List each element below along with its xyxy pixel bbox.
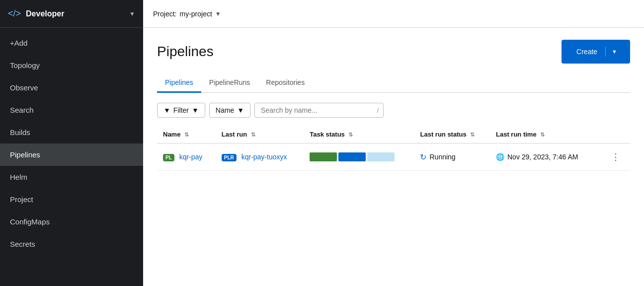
create-button-label: Create [569,44,604,60]
status-bar-light-blue [367,152,395,161]
sidebar-item-search[interactable]: Search [0,99,143,121]
sort-last-run-icon: ⇅ [251,132,255,138]
task-status-bar [310,152,408,161]
sidebar-item-builds[interactable]: Builds [0,121,143,143]
globe-icon: 🌐 [496,153,504,161]
sidebar-item-add[interactable]: +Add [0,32,143,54]
status-bar-green [310,152,337,161]
name-select-arrow-icon: ▼ [237,106,244,114]
table-row: PL kqr-pay PLR kqr-pay-tuoxyx [157,143,630,171]
tab-repositories[interactable]: Repositories [258,73,313,93]
table-header: Name ⇅ Last run ⇅ Task status ⇅ Last run… [157,126,630,143]
filter-icon: ▼ [163,106,170,114]
project-name: my-project [179,10,212,18]
col-actions [597,126,630,143]
filter-label: Filter [173,106,189,114]
tab-pipelines[interactable]: Pipelines [157,73,201,93]
col-last-run-status[interactable]: Last run status ⇅ [414,126,490,143]
col-last-run[interactable]: Last run ⇅ [216,126,304,143]
last-run-link[interactable]: kqr-pay-tuoxyx [242,153,287,161]
running-label: Running [429,153,455,161]
cell-last-run-time: 🌐 Nov 29, 2023, 7:46 AM [490,143,597,171]
create-dropdown-icon[interactable]: ▼ [607,45,622,59]
search-slash: / [377,107,379,114]
pipeline-badge: PL [163,154,174,161]
sort-task-status-icon: ⇅ [348,132,353,138]
time-value: Nov 29, 2023, 7:46 AM [507,153,578,161]
page-title: Pipelines [157,44,214,60]
running-icon: ↻ [420,152,426,162]
filter-bar: ▼ Filter ▼ Name ▼ / [157,103,630,118]
cell-task-status [304,143,414,171]
tabs: Pipelines PipelineRuns Repositories [157,73,630,93]
col-name[interactable]: Name ⇅ [157,126,216,143]
sort-name-icon: ⇅ [184,132,189,138]
sidebar-title: Developer [26,9,129,18]
plr-badge: PLR [222,154,237,161]
topbar: Project: my-project ▼ [143,0,644,28]
sidebar-item-project[interactable]: Project [0,188,143,211]
filter-arrow-icon: ▼ [192,106,199,114]
page-header: Pipelines Create ▼ [157,40,630,64]
cell-actions: ⋮ [597,143,630,171]
pipelines-table: Name ⇅ Last run ⇅ Task status ⇅ Last run… [157,126,630,171]
sort-last-run-status-icon: ⇅ [470,132,475,138]
project-dropdown-icon: ▼ [215,10,221,17]
sidebar-item-topology[interactable]: Topology [0,54,143,76]
col-task-status[interactable]: Task status ⇅ [304,126,414,143]
sidebar-item-configmaps[interactable]: ConfigMaps [0,211,143,233]
sidebar-item-helm[interactable]: Helm [0,166,143,188]
cell-last-run: PLR kqr-pay-tuoxyx [216,143,304,171]
search-input-wrapper: / [254,103,384,118]
sidebar-dropdown-icon: ▼ [129,10,135,17]
status-bar-blue [338,152,366,161]
search-input[interactable] [254,103,384,118]
sidebar-nav: +Add Topology Observe Search Builds Pipe… [0,28,143,259]
main-content: Project: my-project ▼ Pipelines Create ▼… [143,0,644,286]
tab-pipelineruns[interactable]: PipelineRuns [201,73,258,93]
name-select-label: Name [216,106,234,114]
content-area: Pipelines Create ▼ Pipelines PipelineRun… [143,28,644,286]
cell-name: PL kqr-pay [157,143,216,171]
create-button-divider [605,47,606,57]
sidebar: </> Developer ▼ +Add Topology Observe Se… [0,0,143,286]
developer-icon: </> [8,8,21,19]
sidebar-item-pipelines[interactable]: Pipelines [0,143,143,166]
cell-last-run-status: ↻ Running [414,143,490,171]
sidebar-item-observe[interactable]: Observe [0,76,143,99]
row-kebab-menu[interactable]: ⋮ [607,149,624,164]
sidebar-item-secrets[interactable]: Secrets [0,233,143,255]
project-selector[interactable]: Project: my-project ▼ [153,10,221,18]
col-last-run-time[interactable]: Last run time ⇅ [490,126,597,143]
table-body: PL kqr-pay PLR kqr-pay-tuoxyx [157,143,630,171]
filter-button[interactable]: ▼ Filter ▼ [157,103,205,118]
last-run-time: 🌐 Nov 29, 2023, 7:46 AM [496,153,591,161]
sidebar-header[interactable]: </> Developer ▼ [0,0,143,28]
running-status: ↻ Running [420,152,484,162]
sort-last-run-time-icon: ⇅ [540,132,545,138]
project-label: Project: [153,10,176,18]
name-select[interactable]: Name ▼ [209,103,250,118]
pipeline-name-link[interactable]: kqr-pay [179,153,203,161]
create-button[interactable]: Create ▼ [562,40,630,64]
